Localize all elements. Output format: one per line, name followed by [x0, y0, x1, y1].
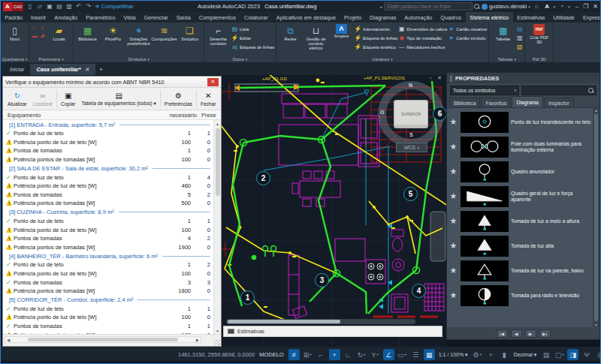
status-icon[interactable]: ∠ [383, 349, 394, 360]
equipment-row[interactable]: ✓Pontos de tomadas33 [3, 278, 213, 287]
autodesk-a-icon[interactable]: A [543, 2, 551, 11]
ribbon-tab-aplicativos-em-destaque[interactable]: Aplicativos em destaque [272, 12, 340, 23]
favorite-star-icon[interactable]: ★ [448, 241, 458, 251]
status-icon[interactable]: + [329, 349, 340, 360]
account-menu[interactable]: gustavo.denski ▾ [482, 3, 530, 10]
viewcube-top-face[interactable]: SUPERIOR [394, 100, 428, 128]
equipment-row[interactable]: ✓Ponto de luz de teto14 [3, 173, 213, 182]
ribbon-group-label[interactable]: Tabelas▾ [489, 56, 524, 62]
ribbon-button-t1[interactable]: ▤ [516, 25, 523, 34]
symbol-item-tomada-de-luz-na-parede-baixo[interactable]: ★Tomada de luz na parede, baixo [448, 258, 592, 283]
app-store-icon[interactable]: ⌂ [533, 2, 541, 11]
favorite-star-icon[interactable]: ★ [448, 266, 458, 275]
equipment-row[interactable]: ✓Ponto de luz de teto11 [3, 305, 213, 314]
ribbon-tab-utilidade[interactable]: Utilidade [549, 12, 578, 23]
ribbon-tab-colaborar[interactable]: Colaborar [240, 12, 272, 23]
status-icon[interactable]: ☰ [410, 349, 421, 360]
equipment-row[interactable]: Potência ponto de luz de teto [W]1000 [3, 313, 213, 322]
last-page-button[interactable]: ▶| [539, 329, 551, 338]
favorite-star-icon[interactable]: ★ [448, 191, 458, 201]
planimetria-tool-icon[interactable]: ▬ [31, 32, 38, 39]
close-button[interactable]: ✕ [593, 3, 598, 10]
search-icon[interactable] [474, 4, 479, 9]
undo-button[interactable]: ↶ [74, 2, 83, 11]
ribbon-button-t2[interactable]: ▥ [516, 34, 523, 43]
ribbon-group-label[interactable]: Símbolos▾ [74, 56, 204, 62]
planimetria-tool-icon[interactable]: ◢ [38, 32, 46, 39]
plot-button[interactable]: ▤ [55, 2, 63, 11]
save-button[interactable]: ▣ [45, 2, 53, 11]
dialog-tool-localizar[interactable]: ∞Localizar [30, 89, 56, 109]
save-as-button[interactable]: ▥ [65, 2, 73, 11]
resize-grip[interactable] [214, 339, 220, 345]
ribbon-tab-estimativas[interactable]: Estimativas [513, 12, 549, 23]
equipment-row[interactable]: Potência ponto de luz de teto [W]1000 [3, 138, 213, 147]
dialog-close-button[interactable]: ✕ [207, 78, 219, 86]
scroll-up-icon[interactable]: ▲ [216, 120, 219, 127]
symbol-item-pote-com-duas-luminarias-para-[interactable]: ★Pote com duas luminárias para iluminaçã… [448, 134, 592, 159]
symbol-item-tomada-de-luz-alta[interactable]: ★Tomada de luz alta [448, 233, 592, 258]
planimetria-tool-icon[interactable]: ⌐ [31, 24, 38, 32]
search-input[interactable] [384, 2, 473, 11]
minimize-button[interactable]: – [575, 3, 578, 10]
scroll-down-icon[interactable]: ▼ [216, 327, 219, 334]
status-icon[interactable]: ◨ [567, 349, 578, 360]
ribbon-button-redes[interactable]: ⧉Redes [278, 24, 303, 42]
drawing-window-controls[interactable]: ▫ ✕ [430, 75, 444, 81]
status-icon[interactable]: ◎ [594, 349, 600, 360]
tab-inspector[interactable]: Inspector [544, 98, 574, 107]
palette-grip[interactable] [450, 75, 452, 82]
restore-button[interactable]: ❐ [583, 3, 588, 10]
dialog-title-bar[interactable]: Verifique o equipamento mínimo de acordo… [3, 77, 221, 88]
equipment-row[interactable]: Pontos de tomadas42 [3, 234, 213, 243]
status-icon[interactable]: ▤ [540, 349, 551, 360]
ribbon-button-tipo-de-instalacao[interactable]: ◉Tipo de instalação [398, 34, 447, 43]
viewcube-north[interactable]: N [409, 83, 412, 88]
symbol-item-quadro-geral-de-luz-e-forca-ap[interactable]: ★Quadro geral de luz e força aparente [448, 184, 592, 209]
favorite-star-icon[interactable]: ★ [448, 290, 458, 300]
estimativas-bar[interactable]: Estimativas [223, 326, 442, 337]
ribbon-button-t3[interactable]: ▧ [516, 43, 523, 52]
equipment-row[interactable]: Potência pontos de tomadas [W]1000 [3, 155, 213, 164]
ribbon-tab-complementos[interactable]: Complementos [195, 12, 240, 23]
equipment-row[interactable]: ✓Ponto de luz de teto11 [3, 129, 213, 138]
viewcube-west[interactable]: O [380, 110, 384, 115]
status-decimal[interactable]: Decimal ▾ [512, 349, 539, 360]
prev-page-button[interactable]: ◀ [511, 329, 522, 338]
dialog-tool-atualizar[interactable]: ↻Atualizar [5, 89, 30, 109]
equipment-row[interactable]: Potência ponto de luz de teto [W]4600 [3, 182, 213, 191]
ribbon-button-biblioteca[interactable]: ▦Biblioteca [75, 24, 100, 42]
equipment-row[interactable]: Potência pontos de tomadas [W]18000 [3, 287, 213, 296]
open-button[interactable]: ▱ [35, 2, 44, 11]
ribbon-button-cartao-usuarios[interactable]: ➤Cartão usuarios [448, 25, 487, 34]
ribbon-button-locais[interactable]: ▰Locais [47, 24, 71, 42]
ribbon-tab-saida[interactable]: Saída [172, 12, 195, 23]
ribbon-tab-automacao[interactable]: Automação [400, 12, 436, 23]
symbol-filter-select[interactable]: Todos os símbolos ▾ [450, 86, 519, 95]
ribbon-button-dimensoes-de-cabos[interactable]: ▣Dimensões de cabos [398, 25, 447, 34]
ribbon-tab-padrao[interactable]: Padrão [1, 12, 27, 23]
ribbon-button-gestao-de-conduto-eletrico[interactable]: ⊔Gestão de conduto elétrico [304, 24, 328, 51]
ribbon-group-label[interactable]: Usuários▾ [276, 56, 488, 62]
viewcube-south[interactable]: S [409, 132, 413, 137]
tab-diagrama[interactable]: Diagrama [512, 96, 542, 107]
search-expand-icon[interactable]: ▸ [381, 5, 383, 9]
scroll-up-icon[interactable]: ▲ [594, 108, 598, 113]
status-icon[interactable]: ▭▾ [397, 349, 408, 360]
model-space-button[interactable]: MODELO [259, 351, 284, 358]
dialog-hscrollbar[interactable]: ◀ ▶ [5, 336, 201, 343]
new-file-button[interactable]: ▯ [26, 2, 34, 11]
status-1-1-100[interactable]: 1:1 / 100% ▾ [437, 349, 470, 360]
ribbon-group-label[interactable]: Planimetria▾ [29, 56, 73, 62]
ribbon-button-criar-pdf-3d[interactable]: PDFCriar PDF 3D [527, 24, 551, 45]
ribbon-button-etiqueta-de-linhas[interactable]: ⚡Etiqueta de linhas [355, 34, 397, 43]
ribbon-button-dotacoes-predefinidos[interactable]: ✶Dotações predefinidos [126, 24, 151, 47]
ribbon-button-composicoes[interactable]: ≋Composições [152, 24, 177, 42]
ribbon-tab-projeto[interactable]: Projeto [340, 12, 365, 23]
status-icon[interactable]: ∟ [343, 349, 354, 360]
status-icon[interactable]: ⚙▾ [472, 349, 483, 360]
ribbon-button-cartao-simbolo[interactable]: ➤Cartão símbolo [448, 34, 487, 43]
status-icon[interactable]: ▢▾ [554, 349, 565, 360]
ribbon-tab-vista[interactable]: Vista [119, 12, 140, 23]
ribbon-button-adensamento[interactable]: ⚡Adensamento [355, 25, 397, 34]
